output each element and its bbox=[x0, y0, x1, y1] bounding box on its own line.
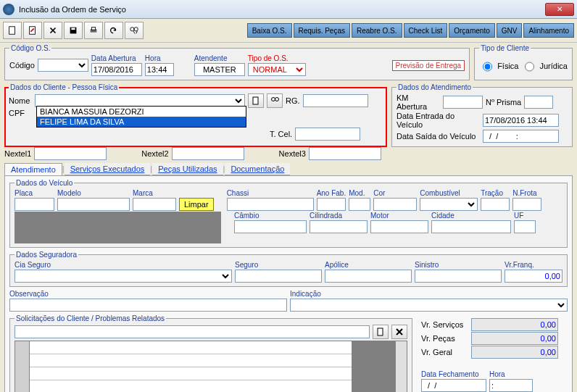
tab-documentacao[interactable]: Documentação bbox=[225, 163, 290, 175]
orcamento-button[interactable]: Orçamento bbox=[449, 23, 494, 38]
solic-doc-button[interactable] bbox=[373, 325, 389, 339]
indicacao-label: Indicação bbox=[290, 290, 568, 298]
print-button[interactable] bbox=[84, 22, 103, 39]
mod-label: Mod. bbox=[349, 189, 370, 197]
cia-label: Cia Seguro bbox=[14, 261, 232, 269]
juridica-radio[interactable] bbox=[525, 60, 534, 73]
scrollbar[interactable] bbox=[395, 341, 407, 392]
nextel1-input[interactable] bbox=[34, 147, 107, 160]
solicitacoes-fieldset: Solicitações do Cliente / Problemas Rela… bbox=[9, 314, 412, 392]
datafech-label: Data Fechamento bbox=[421, 370, 486, 378]
cidade-input[interactable] bbox=[431, 220, 511, 233]
vrserv-input bbox=[471, 318, 558, 331]
limpar-button[interactable]: Limpar bbox=[179, 198, 214, 211]
marca-input[interactable] bbox=[133, 198, 176, 211]
tab-servicos[interactable]: Serviços Executados bbox=[65, 163, 151, 175]
tipo-os-label: Tipo de O.S. bbox=[248, 54, 306, 62]
alinhamento-button[interactable]: Alinhamento bbox=[523, 23, 574, 38]
data-abertura-input[interactable] bbox=[91, 63, 142, 76]
placa-input[interactable] bbox=[14, 198, 54, 211]
tracao-input[interactable] bbox=[481, 198, 510, 211]
solicitacoes-legend: Solicitações do Cliente / Problemas Rela… bbox=[14, 314, 166, 322]
undo-button[interactable] bbox=[104, 22, 123, 39]
close-button[interactable]: ✕ bbox=[545, 3, 574, 16]
nome-dropdown[interactable]: BIANCA MASSUIA DEZORZI FELIPE LIMA DA SI… bbox=[36, 106, 246, 128]
vrpecas-label: Vr. Peças bbox=[421, 334, 468, 343]
uf-input[interactable] bbox=[514, 220, 536, 233]
km-input[interactable] bbox=[443, 96, 483, 109]
cia-select[interactable] bbox=[14, 270, 232, 283]
cor-input[interactable] bbox=[373, 198, 417, 211]
anofab-input[interactable] bbox=[317, 198, 346, 211]
requis-pecas-button[interactable]: Requis. Peças bbox=[294, 23, 350, 38]
hora2-label: Hora bbox=[489, 370, 533, 378]
uf-label: UF bbox=[514, 212, 536, 220]
codigo-label: Código bbox=[9, 61, 35, 70]
svg-rect-11 bbox=[378, 328, 383, 335]
baixa-os-button[interactable]: Baixa O.S. bbox=[247, 23, 292, 38]
tipo-os-select[interactable]: NORMAL bbox=[248, 63, 306, 76]
combustivel-select[interactable] bbox=[420, 198, 478, 211]
atendente-label: Atendente bbox=[194, 54, 245, 62]
tipo-cliente-fieldset: Tipo de Cliente Física Jurídica bbox=[474, 44, 573, 80]
reabre-os-button[interactable]: Reabre O.S. bbox=[352, 23, 402, 38]
nfrota-input[interactable] bbox=[512, 198, 541, 211]
dados-cliente-legend: Dados do Cliente - Pessoa Física bbox=[9, 83, 119, 91]
apolice-input[interactable] bbox=[325, 270, 412, 283]
chassi-input[interactable] bbox=[227, 198, 314, 211]
cliente-search-button[interactable] bbox=[267, 93, 283, 108]
dropdown-option-2[interactable]: FELIPE LIMA DA SILVA bbox=[37, 117, 246, 127]
mod-input[interactable] bbox=[349, 198, 370, 211]
cilindrada-input[interactable] bbox=[310, 220, 368, 233]
solicitacao-input[interactable] bbox=[14, 325, 370, 338]
dropdown-option-1[interactable]: BIANCA MASSUIA DEZORZI bbox=[37, 107, 246, 117]
saida-input[interactable] bbox=[483, 130, 559, 143]
indicacao-select[interactable] bbox=[290, 299, 568, 312]
nextel2-input[interactable] bbox=[172, 147, 244, 160]
vrgeral-label: Vr. Geral bbox=[421, 348, 468, 356]
solicitacoes-table[interactable] bbox=[14, 341, 407, 392]
sinistro-input[interactable] bbox=[415, 270, 502, 283]
solic-delete-button[interactable] bbox=[391, 325, 407, 339]
cambio-label: Câmbio bbox=[234, 212, 307, 220]
modelo-input[interactable] bbox=[57, 198, 130, 211]
gnv-button[interactable]: GNV bbox=[497, 23, 523, 38]
observacao-input[interactable] bbox=[9, 299, 287, 312]
checklist-button[interactable]: Check List bbox=[404, 23, 448, 38]
previsao-button[interactable]: Previsão de Entrega bbox=[392, 60, 465, 71]
fisica-radio[interactable] bbox=[483, 60, 492, 73]
motor-input[interactable] bbox=[370, 220, 428, 233]
cor-label: Cor bbox=[373, 189, 417, 197]
prisma-input[interactable] bbox=[524, 96, 553, 109]
delete-button[interactable] bbox=[43, 22, 62, 39]
search-button[interactable] bbox=[125, 22, 144, 39]
datafech-input[interactable] bbox=[421, 379, 486, 392]
new-button[interactable] bbox=[3, 22, 22, 39]
rg-label: RG. bbox=[286, 96, 300, 105]
cliente-doc-button[interactable] bbox=[248, 93, 264, 108]
cambio-input[interactable] bbox=[234, 220, 307, 233]
tab-pecas[interactable]: Peças Utilizadas bbox=[152, 163, 223, 175]
svg-point-7 bbox=[134, 28, 138, 31]
atendente-input[interactable] bbox=[194, 63, 245, 76]
edit-button[interactable] bbox=[23, 22, 42, 39]
svg-rect-0 bbox=[9, 27, 15, 35]
hora2-input[interactable] bbox=[489, 379, 533, 392]
rg-input[interactable] bbox=[303, 94, 368, 107]
nextel2-label: Nextel2 bbox=[141, 149, 168, 158]
hora-input[interactable] bbox=[145, 63, 174, 76]
nextel3-input[interactable] bbox=[309, 147, 381, 160]
save-button[interactable] bbox=[64, 22, 83, 39]
tcel-input[interactable] bbox=[295, 128, 360, 141]
vrfranq-input[interactable] bbox=[505, 270, 563, 283]
tab-atendimento[interactable]: Atendimento bbox=[4, 163, 62, 175]
codigo-select[interactable] bbox=[38, 59, 88, 72]
seguradora-fieldset: Dados Seguradora Cia Seguro Seguro Apóli… bbox=[9, 251, 568, 287]
hora-label: Hora bbox=[145, 54, 174, 62]
codigo-os-fieldset: Código O.S. Código Data Abertura Hora At… bbox=[4, 44, 470, 80]
veiculo-image-area bbox=[14, 212, 221, 243]
seguro-input[interactable] bbox=[235, 270, 322, 283]
entrada-input[interactable] bbox=[483, 114, 559, 127]
km-label: KM Abertura bbox=[397, 93, 440, 111]
svg-rect-8 bbox=[253, 97, 258, 104]
